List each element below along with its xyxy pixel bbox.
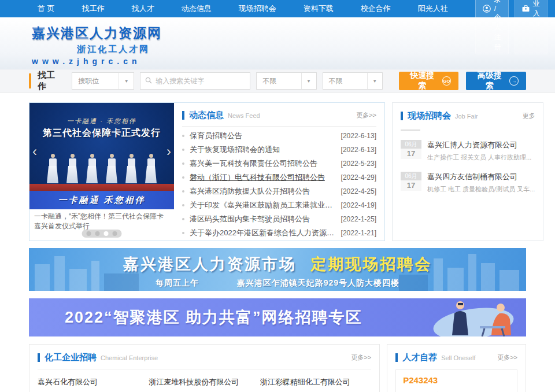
date-badge: 06月 17: [401, 140, 421, 162]
talent-id: P243243: [403, 375, 510, 385]
banner1-schedule: 每周五上午: [156, 278, 199, 287]
company-listing[interactable]: 浙江麦堆科技股份有限公司 销售专员 会计 土建主管: [149, 377, 260, 392]
chemical-enterprise-panel: 化工企业招聘 Chemical Enterprise 更多>> 嘉兴石化有限公司…: [29, 344, 380, 392]
carousel-caption[interactable]: 一卡融通，“禾”您相伴！第三代社会保障卡嘉兴首发仪式举行: [29, 209, 174, 232]
nav-item-find-job[interactable]: 找工作: [82, 3, 105, 14]
briefcase-icon: [522, 5, 530, 12]
news-row[interactable]: 关于举办2022年港区新春综合性人力资源暨春风...[2022-1-21]: [182, 226, 376, 240]
date-badge: 06月 17: [401, 172, 421, 194]
carousel-slide-image: 一卡融通 · 禾您相伴 第三代社会保障卡正式发行 一卡融通 禾您相伴: [29, 103, 174, 209]
nav-item-find-talent[interactable]: 找人才: [132, 3, 154, 14]
banner2-title: 2022“智聚港区 助力共富”网络招聘专区: [65, 307, 362, 328]
nav-item-news[interactable]: 动态信息: [182, 3, 212, 14]
talent-card[interactable]: P243243 男 ｜ 嘉兴市-嘉兴港区 ｜ 八年以上: [395, 369, 517, 392]
filter-select-1[interactable]: 不限 ▼: [256, 72, 316, 90]
company-listing[interactable]: 嘉兴石化有限公司 工艺员 设备管理 警卫（残疾工）: [38, 377, 149, 392]
chevron-down-icon: ▼: [119, 73, 134, 89]
chemical-title: 化工企业招聘: [45, 352, 97, 363]
chevron-down-icon: ▼: [301, 73, 316, 89]
bullet-icon: [182, 176, 184, 179]
bullet-icon: [182, 135, 184, 137]
news-title: 动态信息: [189, 110, 224, 121]
carousel-pager: [82, 230, 122, 238]
carousel-dot[interactable]: [113, 231, 117, 236]
banner1-address: 嘉兴港区乍浦镇天妃路929号人防大楼四楼: [237, 278, 399, 287]
news-row[interactable]: 嘉兴美一瓦科技有限责任公司招聘公告[2022-5-23]: [182, 157, 376, 171]
section-accent-bar: [401, 112, 403, 120]
section-accent-bar: [38, 353, 40, 362]
job-fair-panel: 现场招聘会 Job Fair 更多 06月 17 嘉兴汇博人力资源有限公司 生产…: [392, 102, 543, 241]
orange-accent-bar: [29, 73, 31, 88]
site-header: 嘉兴港区人力资源网 浙江化工人才网 www.zjhgrc.cn: [0, 17, 555, 69]
chemical-subtitle: Chemical Enterprise: [101, 354, 158, 361]
person-icon: [483, 5, 491, 13]
nav-item-home[interactable]: 首 页: [38, 3, 55, 14]
nav-item-job-fair[interactable]: 现场招聘会: [239, 3, 276, 14]
job-fair-subtitle: Job Fair: [455, 113, 478, 120]
search-bar: 找工作 搜职位 ▼ 不限 ▼ 不限 ▼ 快速搜索 GO 高级搜索 →: [0, 69, 555, 93]
news-panel: 一卡融通 · 禾您相伴 第三代社会保障卡正式发行 一卡融通 禾您相伴: [29, 102, 385, 241]
news-feed: 动态信息 News Feed 更多>> 保育员招聘公告[2022-6-13] 关…: [174, 103, 384, 241]
nav-actions: 个人登录 / 个人注册 企业入口: [475, 0, 547, 54]
section-accent-bar: [182, 111, 184, 120]
banner1-title-white: 嘉兴港区人力资源市场: [123, 256, 297, 273]
job-fair-title: 现场招聘会: [408, 110, 451, 121]
news-row[interactable]: 关于恢复现场招聘会的通知[2022-6-13]: [182, 143, 376, 157]
carousel-prev-arrow[interactable]: ‹: [32, 145, 37, 158]
nav-item-downloads[interactable]: 资料下载: [304, 3, 334, 14]
carousel-dot[interactable]: [87, 231, 91, 236]
go-circle-icon: GO: [442, 76, 452, 86]
news-row[interactable]: 磐动（浙江）电气科技有限公司招聘公告[2022-4-29]: [182, 171, 376, 184]
bullet-icon: [182, 190, 184, 193]
keyword-input-wrap: [140, 72, 250, 90]
slide-title: 第三代社会保障卡正式发行: [29, 127, 174, 139]
bullet-icon: [182, 204, 184, 206]
news-row[interactable]: 关于印发《嘉兴港区鼓励新员工来港就业补助操作...[2022-4-19]: [182, 198, 376, 212]
section-accent-bar: [395, 353, 398, 362]
nav-item-sunshine-hr[interactable]: 阳光人社: [418, 3, 448, 14]
company-listing[interactable]: 浙江彩蝶精细化工有限公司 普工（制造科） 营业担当: [260, 377, 371, 392]
carousel-dot[interactable]: [95, 231, 100, 236]
news-row[interactable]: 保育员招聘公告[2022-6-13]: [182, 129, 376, 143]
bullet-icon: [182, 218, 184, 220]
talent-title: 人才自荐: [402, 352, 437, 363]
people-illustration: [424, 298, 523, 336]
job-fair-row[interactable]: 06月 17 嘉兴四方友信制桶有限公司 机修工 电工 质量检验员/测试员 叉车.…: [401, 172, 535, 194]
news-row[interactable]: 嘉兴港区消防救援大队公开招聘公告[2022-4-25]: [182, 184, 376, 198]
banner1-title-yellow: 定期现场招聘会: [310, 256, 432, 273]
divider: [401, 130, 420, 131]
chemical-more-link[interactable]: 更多>>: [351, 353, 371, 362]
bullet-icon: [182, 162, 184, 165]
news-subtitle: News Feed: [228, 112, 260, 119]
search-input[interactable]: [156, 77, 245, 85]
search-icon: [145, 76, 152, 86]
slide-slogan: 一卡融通 · 禾您相伴: [29, 117, 174, 125]
slide-banner-strip: 一卡融通 禾您相伴: [29, 191, 174, 209]
carousel-next-arrow[interactable]: ›: [166, 145, 171, 158]
nav-item-school-coop[interactable]: 校企合作: [361, 3, 391, 14]
job-fair-row[interactable]: 06月 17 嘉兴汇博人力资源有限公司 生产操作工 报关文员 人事行政助理...: [401, 140, 535, 162]
talent-more-link[interactable]: 更多>>: [497, 353, 517, 362]
news-row[interactable]: 港区码头范围内集卡驾驶员招聘公告[2022-1-25]: [182, 212, 376, 226]
bullet-icon: [182, 149, 184, 151]
job-fair-more-link[interactable]: 更多: [522, 112, 535, 120]
carousel-dot-active[interactable]: [104, 231, 109, 236]
online-recruitment-banner[interactable]: 2022“智聚港区 助力共富”网络招聘专区: [29, 298, 526, 336]
personal-login-button[interactable]: 个人登录 / 个人注册: [475, 0, 509, 54]
top-nav: 首 页 找工作 找人才 动态信息 现场招聘会 资料下载 校企合作 阳光人社 个人…: [0, 0, 555, 17]
slide-people: [29, 154, 174, 183]
site-url: www.zjhgrc.cn: [32, 57, 555, 66]
chevron-down-icon: ▼: [367, 73, 382, 89]
filter-select-2[interactable]: 不限 ▼: [323, 72, 383, 90]
search-category-select[interactable]: 搜职位 ▼: [72, 72, 134, 90]
enterprise-entry-button[interactable]: 企业入口: [515, 0, 547, 54]
job-market-banner[interactable]: 嘉兴港区人力资源市场 定期现场招聘会 每周五上午 嘉兴港区乍浦镇天妃路929号人…: [29, 248, 526, 291]
quick-search-button[interactable]: 快速搜索 GO: [399, 72, 459, 90]
advanced-search-button[interactable]: 高级搜索 →: [466, 72, 526, 90]
search-label: 找工作: [38, 70, 63, 92]
bullet-icon: [182, 232, 184, 234]
talent-panel: 人才自荐 Sell Oneself 更多>> P243243 男 ｜ 嘉兴市-嘉…: [387, 344, 526, 392]
news-more-link[interactable]: 更多>>: [356, 111, 376, 120]
talent-subtitle: Sell Oneself: [441, 354, 475, 361]
photo-carousel[interactable]: 一卡融通 · 禾您相伴 第三代社会保障卡正式发行 一卡融通 禾您相伴: [29, 103, 174, 241]
